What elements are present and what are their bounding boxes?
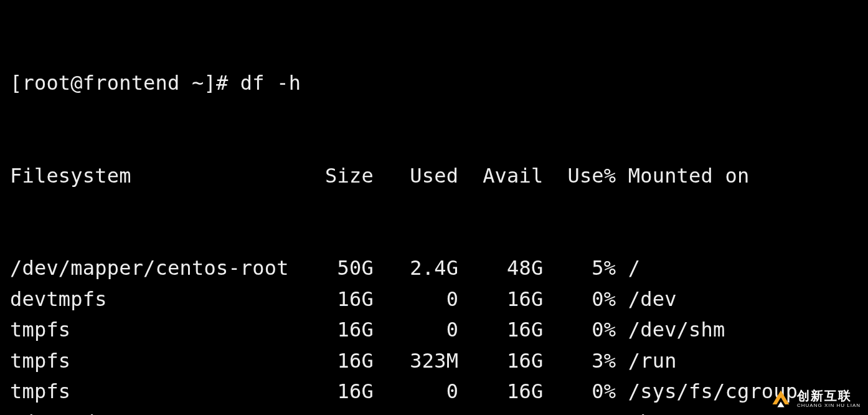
prompt-line-1: [root@frontend ~]# df -h	[10, 68, 858, 99]
watermark-icon	[770, 388, 792, 410]
df-row: /dev/sda1 1014M 186M 829M 19% /boot	[10, 408, 858, 416]
watermark-text-cn: 创新互联	[797, 389, 861, 402]
df-row: devtmpfs 16G 0 16G 0% /dev	[10, 284, 858, 315]
df-row: tmpfs 16G 323M 16G 3% /run	[10, 346, 858, 377]
df-row: /dev/mapper/centos-root 50G 2.4G 48G 5% …	[10, 253, 858, 284]
watermark-logo: 创新互联 CHUANG XIN HU LIAN	[770, 388, 861, 410]
df-header-line: Filesystem Size Used Avail Use% Mounted …	[10, 161, 858, 192]
df-row: tmpfs 16G 0 16G 0% /sys/fs/cgroup	[10, 376, 858, 408]
watermark-text-en: CHUANG XIN HU LIAN	[797, 403, 861, 408]
df-row: tmpfs 16G 0 16G 0% /dev/shm	[10, 315, 858, 346]
terminal-output[interactable]: [root@frontend ~]# df -h Filesystem Size…	[0, 0, 868, 415]
